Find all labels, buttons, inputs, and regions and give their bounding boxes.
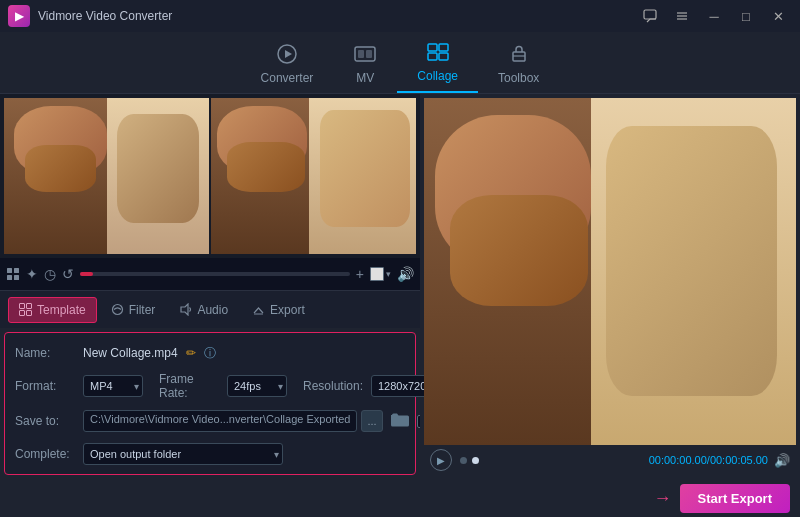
browse-dots-button[interactable]: ... [361,410,382,432]
edit-name-icon[interactable]: ✏ [186,346,196,360]
grid-ctrl-icon[interactable] [6,267,20,281]
time-current: 00:00:00.00 [649,454,707,466]
app-logo: ▶ [8,5,30,27]
path-text: C:\Vidmore\Vidmore Video...nverter\Colla… [83,410,357,432]
svg-rect-21 [20,311,25,316]
arrow-indicator: → [654,488,672,509]
svg-rect-16 [14,268,19,273]
converter-label: Converter [261,71,314,85]
framerate-dropdown[interactable]: 24fps 30fps 60fps [227,375,287,397]
svg-rect-15 [7,268,12,273]
time-total: 00:00:05.00 [710,454,768,466]
nav-collage[interactable]: Collage [397,34,478,93]
framerate-select[interactable]: 24fps 30fps 60fps [227,375,287,397]
svg-rect-20 [27,304,32,309]
toolbox-icon [507,44,531,67]
settings-panel: Name: New Collage.mp4 ✏ ⓘ Format: MP4 MO… [4,332,416,475]
volume-ctrl-icon[interactable]: 🔊 [397,266,414,282]
svg-rect-25 [254,313,263,315]
tab-export[interactable]: Export [242,298,315,322]
clock-ctrl-icon[interactable]: ◷ [44,266,56,282]
complete-label: Complete: [15,447,75,461]
maximize-button[interactable]: □ [732,6,760,26]
saveto-label: Save to: [15,414,75,428]
format-select[interactable]: MP4 MOV AVI [83,375,143,397]
tab-filter[interactable]: Filter [101,298,166,322]
undo-ctrl-icon[interactable]: ↺ [62,266,74,282]
titlebar: ▶ Vidmore Video Converter ─ □ ✕ [0,0,800,32]
svg-marker-24 [181,304,188,315]
svg-rect-17 [7,275,12,280]
folder-icon[interactable] [391,412,409,430]
settings-complete-row: Complete: Open output folder Do nothing [15,442,405,466]
name-value: New Collage.mp4 [83,346,178,360]
plus-ctrl-icon[interactable]: + [356,266,364,282]
settings-format-row: Format: MP4 MOV AVI Frame Rate: 24fps 30… [15,372,405,400]
progress-fill [80,272,93,276]
svg-rect-18 [14,275,19,280]
color-swatch[interactable]: ▾ [370,267,391,281]
svg-rect-12 [439,53,448,60]
mv-label: MV [356,71,374,85]
complete-dropdown[interactable]: Open output folder Do nothing [83,443,283,465]
content-area: ✦ ◷ ↺ + ▾ 🔊 [0,94,800,517]
right-controls: ▶ 00:00:00.00/00:00:05.00 🔊 [424,445,796,475]
start-export-button[interactable]: Start Export [680,484,790,513]
progress-bar[interactable] [80,272,350,276]
panels-row: ✦ ◷ ↺ + ▾ 🔊 [0,94,800,479]
svg-rect-10 [439,44,448,51]
video-controls: ✦ ◷ ↺ + ▾ 🔊 [0,258,420,290]
converter-icon [275,44,299,67]
info-icon[interactable]: ⓘ [204,345,216,362]
file-path: C:\Vidmore\Vidmore Video...nverter\Colla… [83,410,383,432]
settings-name-row: Name: New Collage.mp4 ✏ ⓘ [15,341,405,365]
tab-audio-label: Audio [197,303,228,317]
feedback-button[interactable] [636,6,664,26]
dot-2 [472,457,479,464]
video-cell-right[interactable] [211,98,416,254]
play-button[interactable]: ▶ [430,449,452,471]
svg-marker-5 [285,50,292,58]
app-title: Vidmore Video Converter [38,9,172,23]
speaker-icon[interactable]: 🔊 [774,453,790,468]
titlebar-right: ─ □ ✕ [636,6,792,26]
right-video [424,98,796,445]
titlebar-left: ▶ Vidmore Video Converter [8,5,172,27]
complete-select[interactable]: Open output folder Do nothing [83,443,283,465]
framerate-label: Frame Rate: [159,372,219,400]
right-panel: ▶ 00:00:00.00/00:00:05.00 🔊 [420,94,800,479]
svg-rect-9 [428,44,437,51]
format-dropdown[interactable]: MP4 MOV AVI [83,375,143,397]
svg-rect-0 [644,10,656,19]
time-section: 00:00:00.00/00:00:05.00 🔊 [649,453,790,468]
svg-rect-11 [428,53,437,60]
format-label: Format: [15,379,75,393]
left-panel: ✦ ◷ ↺ + ▾ 🔊 [0,94,420,479]
name-label: Name: [15,346,75,360]
navbar: Converter MV Collage [0,32,800,94]
minimize-button[interactable]: ─ [700,6,728,26]
bottom-bar: → Start Export [0,479,800,517]
nav-mv[interactable]: MV [333,36,397,93]
mv-icon [353,44,377,67]
collage-icon [426,42,450,65]
nav-toolbox[interactable]: Toolbox [478,36,559,93]
menu-button[interactable] [668,6,696,26]
nav-converter[interactable]: Converter [241,36,334,93]
tab-template[interactable]: Template [8,297,97,323]
svg-rect-22 [27,311,32,316]
resolution-label: Resolution: [303,379,363,393]
tab-bar: Template Filter Audio [0,290,420,328]
dot-1 [460,457,467,464]
video-grid [0,94,420,258]
star-ctrl-icon[interactable]: ✦ [26,266,38,282]
settings-saveto-row: Save to: C:\Vidmore\Vidmore Video...nver… [15,407,405,435]
svg-rect-7 [358,50,364,58]
tab-audio[interactable]: Audio [169,298,238,322]
video-cell-left[interactable] [4,98,209,254]
toolbox-label: Toolbox [498,71,539,85]
close-button[interactable]: ✕ [764,6,792,26]
time-display: 00:00:00.00/00:00:05.00 [649,454,768,466]
tab-filter-label: Filter [129,303,156,317]
right-ctrl-left: ▶ [430,449,479,471]
